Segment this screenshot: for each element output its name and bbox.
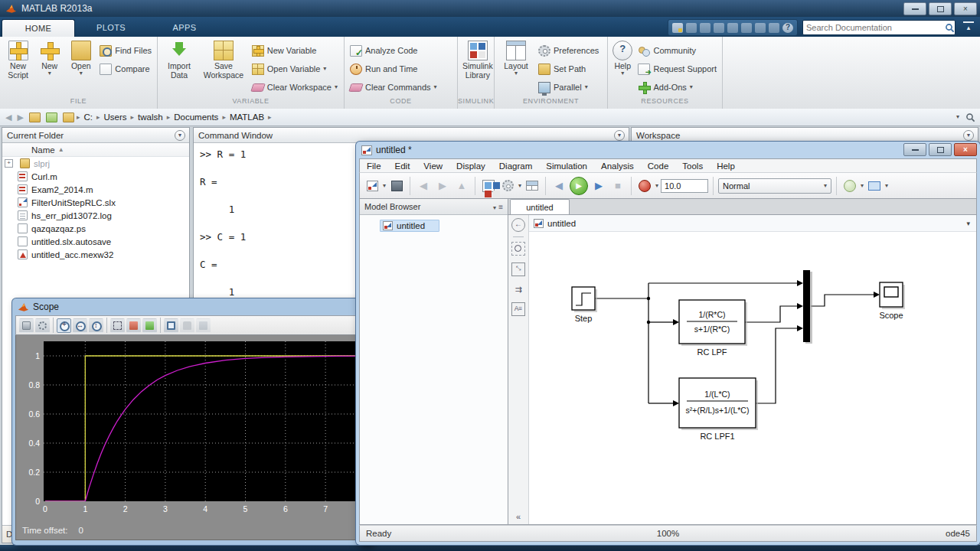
model-tab-untitled[interactable]: untitled	[510, 199, 570, 214]
ribbon-new-variable-button[interactable]: New Variable	[250, 41, 340, 60]
breadcrumb-segment-twalsh[interactable]: twalsh	[136, 112, 165, 122]
zoom-icon[interactable]	[57, 318, 71, 333]
build-dropdown-icon[interactable]	[885, 183, 888, 189]
redo-icon[interactable]	[755, 23, 766, 33]
update-dropdown-icon[interactable]	[861, 183, 864, 189]
record-dropdown-icon[interactable]	[655, 183, 658, 189]
ribbon-new-button[interactable]: New	[34, 39, 64, 97]
scope-titlebar[interactable]: Scope	[15, 298, 369, 315]
simulink-close-button[interactable]: ×	[954, 143, 977, 156]
navigate-forward-button[interactable]: ▶	[434, 177, 451, 195]
model-explorer-button[interactable]	[524, 177, 541, 195]
model-browser-menu-icon[interactable]: ≡	[498, 203, 503, 211]
collapse-strip-icon[interactable]: «	[516, 512, 521, 521]
breadcrumb-segment-c[interactable]: C:	[82, 112, 94, 122]
ribbon-new-script-button[interactable]: NewScript	[3, 39, 33, 97]
restore-axes-icon[interactable]	[142, 318, 157, 333]
breadcrumb-segment-documents[interactable]: Documents	[172, 112, 220, 122]
ribbon-request-support-button[interactable]: Request Support	[635, 60, 719, 78]
save-model-button[interactable]	[388, 177, 405, 195]
address-search-icon[interactable]	[965, 112, 975, 122]
undo-icon[interactable]	[741, 23, 752, 33]
cut-icon[interactable]	[700, 23, 710, 33]
paste-icon[interactable]	[727, 23, 738, 33]
up-one-level-icon[interactable]	[29, 112, 41, 122]
mux-block[interactable]	[803, 270, 810, 342]
ribbon-analyze-code-button[interactable]: Analyze Code	[348, 41, 439, 60]
model-canvas[interactable]: Step 1/(R*C) s+1/(R*C) RC LPF	[529, 232, 976, 524]
file-row-curl-m[interactable]: Curl.m	[2, 170, 189, 183]
address-dropdown-icon[interactable]	[956, 114, 959, 120]
file-row-filterunitsteprlc-slx[interactable]: FilterUnitStepRLC.slx	[2, 196, 189, 209]
ribbon-add-ons-button[interactable]: Add-Ons	[635, 78, 719, 96]
help-icon[interactable]	[782, 23, 793, 33]
forward-icon[interactable]: ▶	[17, 112, 23, 122]
floating-scope-icon[interactable]	[164, 318, 178, 333]
lock-axes-icon[interactable]	[180, 318, 194, 333]
file-row-exam2-2014-m[interactable]: Exam2_2014.m	[2, 183, 189, 196]
search-icon[interactable]	[945, 23, 955, 33]
ribbon-open-button[interactable]: Open	[66, 39, 96, 97]
simulation-stop-time-field[interactable]	[661, 179, 708, 193]
file-row-qazqazqaz-ps[interactable]: qazqazqaz.ps	[2, 222, 189, 235]
breadcrumb-segment-users[interactable]: Users	[103, 112, 129, 122]
ribbon-open-variable-button[interactable]: Open Variable	[250, 60, 340, 78]
browse-folder-icon[interactable]	[46, 112, 57, 122]
ribbon-import-data-button[interactable]: ImportData	[161, 39, 198, 97]
ribbon-parallel-button[interactable]: Parallel	[536, 78, 601, 96]
file-row-untitled-slx-autosave[interactable]: untitled.slx.autosave	[2, 235, 189, 248]
zoom-x-icon[interactable]	[73, 318, 87, 333]
model-tree-item-untitled[interactable]: untitled	[380, 220, 439, 232]
new-model-dropdown-icon[interactable]	[383, 183, 386, 189]
ribbon-clear-commands-button[interactable]: Clear Commands	[348, 78, 439, 96]
back-icon[interactable]: ◀	[5, 112, 11, 122]
menu-item-display[interactable]: Display	[449, 161, 492, 171]
step-block[interactable]	[572, 287, 595, 310]
model-configuration-button[interactable]	[499, 177, 516, 195]
ribbon-compare-button[interactable]: Compare	[97, 60, 154, 78]
ribbon-clear-workspace-button[interactable]: Clear Workspace	[250, 78, 340, 96]
parameters-icon[interactable]	[35, 318, 50, 333]
hide-browser-icon[interactable]: ←	[511, 218, 525, 232]
stop-button[interactable]: ■	[609, 177, 626, 195]
new-script-icon[interactable]	[672, 23, 683, 33]
command-window-menu-icon[interactable]: ▼	[614, 130, 625, 141]
print-icon[interactable]	[19, 318, 34, 333]
menu-item-edit[interactable]: Edit	[388, 161, 417, 171]
breadcrumb-segment-matlab[interactable]: MATLAB	[228, 112, 266, 122]
record-button[interactable]	[636, 177, 653, 195]
ribbon-help-button[interactable]: Help	[611, 39, 634, 97]
ribbon-run-and-time-button[interactable]: Run and Time	[348, 60, 439, 78]
rc-lpf1-block[interactable]	[679, 378, 756, 428]
save-icon[interactable]	[686, 23, 697, 33]
configuration-dropdown-icon[interactable]	[518, 183, 521, 189]
run-button[interactable]: ▶	[570, 177, 588, 195]
menu-item-simulation[interactable]: Simulation	[539, 161, 594, 171]
step-back-button[interactable]: ◀	[550, 177, 567, 195]
workspace-menu-icon[interactable]: ▼	[963, 130, 974, 141]
ribbon-preferences-button[interactable]: Preferences	[536, 41, 601, 60]
close-button[interactable]: ×	[954, 2, 977, 15]
ribbon-set-path-button[interactable]: Set Path	[536, 60, 601, 78]
signal-selection-icon[interactable]	[196, 318, 211, 333]
ribbon-save-workspace-button[interactable]: SaveWorkspace	[199, 39, 248, 97]
copy-icon[interactable]	[714, 23, 724, 33]
annotation-icon[interactable]: A≡	[511, 302, 525, 316]
menu-item-help[interactable]: Help	[710, 161, 742, 171]
simulink-maximize-button[interactable]	[929, 143, 952, 156]
tab-home[interactable]: HOME	[2, 19, 75, 37]
tab-apps[interactable]: APPS	[149, 19, 220, 37]
library-browser-button[interactable]	[480, 177, 497, 195]
zoom-y-icon[interactable]	[89, 318, 103, 333]
search-input[interactable]	[803, 23, 945, 32]
menu-item-view[interactable]: View	[416, 161, 449, 171]
restore-button[interactable]	[929, 2, 952, 15]
minimize-button[interactable]	[903, 2, 926, 15]
fit-to-view-icon[interactable]: ⤡	[511, 262, 525, 276]
ribbon-simulink-library-button[interactable]: SimulinkLibrary	[461, 39, 495, 97]
window-layout-icon[interactable]	[769, 23, 779, 33]
zoom-in-icon[interactable]	[511, 242, 525, 256]
navigate-up-button[interactable]: ▲	[453, 177, 470, 195]
step-forward-button[interactable]: ▶	[590, 177, 607, 195]
breadcrumb-model-name[interactable]: untitled	[547, 219, 576, 228]
